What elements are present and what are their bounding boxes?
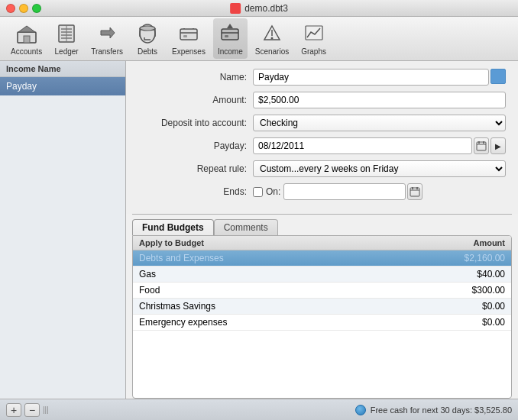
income-label: Income — [218, 47, 243, 56]
col-apply: Apply to Budget — [133, 236, 380, 250]
minimize-button[interactable] — [19, 4, 28, 13]
ends-label: Ends: — [138, 186, 253, 197]
svg-marker-9 — [101, 27, 115, 38]
bottom-bar: + − ||| Free cash for next 30 days: $3,5… — [0, 399, 518, 420]
document-icon — [230, 3, 241, 14]
debts-icon — [135, 21, 160, 46]
graphs-label: Graphs — [301, 47, 326, 56]
title-bar: demo.dbt3 — [0, 0, 518, 17]
budget-name-cell: Gas — [133, 267, 380, 283]
budget-amount-cell: $300.00 — [380, 283, 511, 299]
ends-checkbox[interactable] — [253, 187, 263, 197]
table-row: Emergency expenses$0.00 — [133, 315, 511, 331]
sidebar-item-payday[interactable]: Payday — [0, 77, 125, 95]
table-row: Gas$40.00 — [133, 267, 511, 283]
play-btn[interactable]: ▶ — [490, 137, 506, 154]
main-content: Income Name Payday Name: Amount: — [0, 61, 518, 399]
amount-label: Amount: — [138, 95, 253, 105]
tab-fund-budgets[interactable]: Fund Budgets — [132, 219, 214, 235]
table-row: Debts and Expenses$2,160.00 — [133, 250, 511, 267]
ends-row: Ends: On: — [138, 183, 506, 200]
sidebar-header: Income Name — [0, 61, 125, 77]
graphs-icon — [302, 21, 326, 46]
name-label: Name: — [138, 72, 253, 82]
scenarios-label: Scenarios — [255, 47, 289, 56]
payday-label: Payday: — [138, 141, 253, 151]
budget-amount-cell: $0.00 — [380, 315, 511, 331]
color-swatch[interactable] — [490, 69, 506, 84]
tabs-area: Fund Budgets Comments Apply to Budget Am… — [132, 214, 512, 399]
svg-point-25 — [270, 37, 273, 40]
deposit-row: Deposit into account: Checking Savings — [138, 115, 506, 131]
income-icon — [218, 21, 242, 46]
traffic-lights — [6, 4, 41, 13]
repeat-select[interactable]: Custom...every 2 weeks on Friday Weekly … — [253, 160, 506, 177]
expenses-label: Expenses — [172, 47, 206, 56]
maximize-button[interactable] — [32, 4, 41, 13]
name-input[interactable] — [253, 69, 489, 86]
deposit-select[interactable]: Checking Savings — [253, 115, 506, 131]
ends-calendar-btn[interactable] — [407, 183, 422, 200]
repeat-label: Repeat rule: — [138, 163, 253, 174]
bottom-left-controls: + − ||| — [6, 403, 132, 417]
toolbar-transfers[interactable]: Transfers — [86, 18, 128, 59]
svg-rect-31 — [410, 188, 419, 196]
ends-date-group — [283, 183, 422, 200]
title-text-label: demo.dbt3 — [244, 3, 288, 14]
budget-amount-cell: $0.00 — [380, 299, 511, 315]
repeat-row: Repeat rule: Custom...every 2 weeks on F… — [138, 160, 506, 177]
ends-on-label: On: — [266, 186, 280, 197]
tab-header: Fund Budgets Comments — [132, 215, 512, 235]
ends-group: On: — [253, 183, 422, 200]
payday-row: Payday: ▶ — [138, 137, 506, 154]
toolbar-income[interactable]: Income — [213, 18, 248, 59]
svg-rect-22 — [225, 35, 228, 37]
accounts-icon — [15, 21, 39, 46]
ends-date-input[interactable] — [283, 183, 406, 200]
amount-row: Amount: — [138, 92, 506, 108]
budget-name-cell: Food — [133, 283, 380, 299]
budget-amount-cell: $2,160.00 — [380, 250, 511, 267]
sidebar-list: Payday — [0, 77, 125, 399]
toolbar-graphs[interactable]: Graphs — [296, 18, 331, 59]
budget-name-cell: Debts and Expenses — [133, 250, 380, 267]
budget-table-container: Apply to Budget Amount Debts and Expense… — [132, 235, 512, 399]
svg-point-11 — [140, 26, 155, 31]
budget-name-cell: Christmas Savings — [133, 299, 380, 315]
toolbar-debts[interactable]: Debts — [131, 18, 164, 59]
deposit-label: Deposit into account: — [138, 118, 253, 128]
svg-rect-14 — [180, 29, 197, 40]
detail-panel: Name: Amount: Deposit into account: Chec… — [126, 61, 518, 399]
add-income-button[interactable]: + — [6, 403, 21, 417]
svg-marker-21 — [227, 24, 233, 28]
calendar-btn[interactable] — [474, 137, 489, 154]
resize-handle[interactable]: ||| — [43, 405, 49, 414]
col-amount: Amount — [380, 236, 511, 250]
toolbar-accounts[interactable]: Accounts — [6, 18, 47, 59]
toolbar-ledger[interactable]: Ledger — [50, 18, 83, 59]
debts-label: Debts — [138, 47, 157, 56]
ledger-icon — [54, 21, 79, 46]
svg-rect-18 — [183, 35, 187, 37]
transfers-icon — [95, 21, 119, 46]
sidebar: Income Name Payday — [0, 61, 126, 399]
toolbar: Accounts Ledger Transfers — [0, 17, 518, 61]
amount-input[interactable] — [253, 92, 506, 108]
payday-input[interactable] — [253, 137, 472, 154]
tab-comments[interactable]: Comments — [214, 219, 278, 235]
toolbar-expenses[interactable]: Expenses — [167, 18, 210, 59]
svg-rect-27 — [477, 142, 486, 150]
ledger-label: Ledger — [55, 47, 79, 56]
svg-marker-1 — [18, 26, 35, 32]
name-row: Name: — [138, 69, 506, 86]
budget-table: Apply to Budget Amount Debts and Expense… — [133, 236, 511, 331]
close-button[interactable] — [6, 4, 15, 13]
svg-rect-19 — [222, 29, 238, 40]
table-row: Christmas Savings$0.00 — [133, 299, 511, 315]
toolbar-scenarios[interactable]: Scenarios — [251, 18, 293, 59]
expenses-icon — [176, 21, 201, 46]
budget-amount-cell: $40.00 — [380, 267, 511, 283]
scenarios-icon — [260, 21, 284, 46]
svg-rect-26 — [306, 26, 322, 40]
remove-income-button[interactable]: − — [24, 403, 40, 417]
